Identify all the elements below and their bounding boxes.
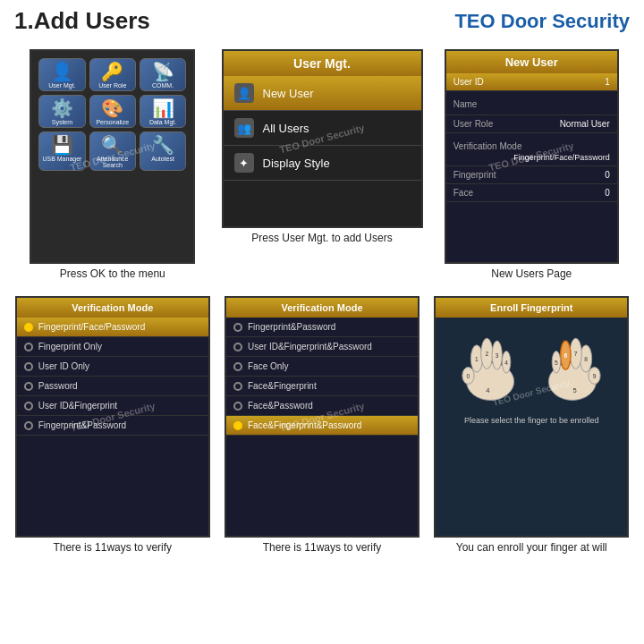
caption-screen3: New Users Page: [434, 267, 631, 280]
caption-screen2: Press User Mgt. to add Users: [222, 232, 423, 244]
verif2-item-1[interactable]: User ID&Fingerprint&Password: [226, 337, 418, 357]
verif1-item-2[interactable]: User ID Only: [17, 357, 208, 377]
newuser-header: New User: [446, 51, 617, 73]
verif1-item-1[interactable]: Fingerprint Only: [17, 337, 208, 357]
menu-all-users[interactable]: 👥 All Users: [224, 111, 421, 146]
svg-text:4: 4: [505, 360, 509, 366]
verif1-item-5[interactable]: Fingerprint&Password: [17, 416, 208, 436]
icon-box[interactable]: 📡COMM.: [140, 58, 186, 91]
userid-label: User ID: [453, 77, 484, 87]
enroll-select-caption: Please select the finger to be enrolled: [436, 411, 627, 429]
icon-label: User Role: [98, 82, 126, 89]
verif2-item-2[interactable]: Face Only: [226, 357, 418, 377]
icon-emoji: 📊: [152, 99, 174, 117]
icon-emoji: 💾: [51, 136, 73, 154]
verif1-label-2: User ID Only: [38, 361, 89, 371]
verif2-item-0[interactable]: Fingerprint&Password: [226, 318, 418, 337]
radio-empty: [24, 362, 33, 371]
svg-text:8: 8: [584, 356, 588, 362]
menu-display-style-label: Display Style: [263, 157, 330, 170]
svg-text:4: 4: [486, 386, 489, 394]
svg-text:2: 2: [486, 351, 489, 357]
menu-display-style[interactable]: ✦ Display Style: [224, 146, 421, 181]
icon-emoji: 🔑: [101, 63, 123, 80]
svg-text:6: 6: [564, 352, 568, 359]
radio-empty: [233, 343, 242, 352]
radio-empty: [24, 421, 33, 430]
menu-new-user[interactable]: 👤 New User: [224, 76, 421, 111]
svg-text:9: 9: [593, 373, 597, 379]
radio-empty: [233, 382, 242, 391]
verif2-label-5: Face&Fingerprint&Password: [248, 420, 361, 430]
radio-empty: [233, 323, 242, 332]
verif2-header: Verification Mode: [226, 298, 418, 318]
radio-filled: [24, 323, 33, 332]
cell-screen1: 👤User Mgt.🔑User Role📡COMM.⚙️System🎨Perso…: [9, 46, 216, 284]
icon-box[interactable]: 👤User Mgt.: [38, 58, 85, 91]
icon-box[interactable]: 💾USB Manager: [38, 131, 85, 171]
brand-text: TEO Door Security: [454, 10, 630, 33]
verif1-item-3[interactable]: Password: [17, 377, 208, 396]
verif1-label-0: Fingerprint/Face/Password: [38, 322, 146, 332]
fingerprint-value: 0: [605, 170, 610, 180]
icon-box[interactable]: 🔍Attendance Search: [89, 131, 136, 171]
enroll-header: Enroll Fingerprint: [436, 298, 627, 318]
screen-verif2: Verification Mode Fingerprint&Password U…: [225, 296, 419, 538]
name-label: Name: [453, 99, 478, 109]
icon-label: Attendance Search: [92, 156, 133, 168]
icon-label: USB Manager: [42, 156, 81, 162]
caption-verif2: There is 11ways to verify: [222, 541, 423, 554]
header: 1.Add Users TEO Door Security: [0, 0, 644, 42]
verif2-item-4[interactable]: Face&Password: [226, 396, 418, 416]
verif1-label-5: Fingerprint&Password: [38, 420, 126, 430]
left-hand-svg: 0 1 2 3 4 4: [456, 326, 528, 407]
cell-screen2: User Mgt. 👤 New User 👥 All Users ✦ Displ…: [216, 46, 428, 284]
icon-box[interactable]: 🎨Personalize: [89, 95, 136, 128]
icon-box[interactable]: ⚙️System: [38, 95, 85, 128]
radio-empty: [24, 402, 33, 411]
radio-empty: [233, 402, 242, 411]
verif1-label-4: User ID&Fingerprint: [38, 401, 117, 411]
hand-container: 0 1 2 3 4 4: [436, 318, 627, 411]
verif2-label-1: User ID&Fingerprint&Password: [248, 342, 372, 352]
userid-value: 1: [605, 77, 610, 87]
icon-label: COMM.: [152, 82, 174, 89]
field-userrole: User Role Normal User: [446, 115, 617, 133]
all-users-icon: 👥: [234, 118, 254, 138]
verif1-item-4[interactable]: User ID&Fingerprint: [17, 396, 208, 416]
verif2-label-4: Face&Password: [248, 401, 313, 411]
cell-enroll: Enroll Fingerprint 0: [428, 292, 636, 557]
verif2-label-0: Fingerprint&Password: [248, 322, 335, 332]
new-user-icon: 👤: [234, 83, 254, 103]
verif1-item-0[interactable]: Fingerprint/Face/Password: [17, 318, 208, 337]
field-name: Name: [446, 91, 617, 115]
fingerprint-label: Fingerprint: [453, 170, 496, 180]
svg-text:1: 1: [475, 356, 479, 362]
face-label: Face: [453, 188, 473, 198]
caption-verif1: There is 11ways to verify: [14, 541, 211, 554]
icon-box[interactable]: 🔑User Role: [89, 58, 136, 91]
icon-label: User Mgt.: [48, 82, 75, 89]
usermgt-header: User Mgt.: [224, 51, 421, 76]
icon-emoji: 🔍: [101, 136, 123, 154]
verifmode-label: Verification Mode: [453, 141, 522, 151]
verif2-item-5[interactable]: Face&Fingerprint&Password: [226, 416, 418, 436]
icon-box[interactable]: 📊Data Mgt.: [140, 95, 186, 128]
right-hand-svg: 9 8 7 6 5 5: [535, 326, 606, 407]
verif2-item-3[interactable]: Face&Fingerprint: [226, 377, 418, 396]
screen-enroll: Enroll Fingerprint 0: [434, 296, 629, 538]
page-title: 1.Add Users: [14, 7, 150, 35]
field-userid: User ID 1: [446, 73, 617, 91]
caption-screen1: Press OK to the menu: [14, 267, 211, 280]
caption-enroll: You can enroll your finger at will: [434, 541, 631, 554]
menu-all-users-label: All Users: [263, 122, 309, 135]
icon-box[interactable]: 🔧Autotest: [140, 131, 186, 171]
svg-text:0: 0: [467, 373, 470, 379]
radio-filled: [233, 421, 242, 430]
screen-usermgt: User Mgt. 👤 New User 👥 All Users ✦ Displ…: [222, 49, 423, 228]
verif1-label-3: Password: [38, 381, 78, 391]
main-grid: 👤User Mgt.🔑User Role📡COMM.⚙️System🎨Perso…: [0, 42, 644, 557]
screen-new-user: New User User ID 1 Name User Role Normal…: [445, 49, 619, 264]
icon-label: Personalize: [96, 119, 129, 125]
icon-label: System: [52, 119, 72, 125]
